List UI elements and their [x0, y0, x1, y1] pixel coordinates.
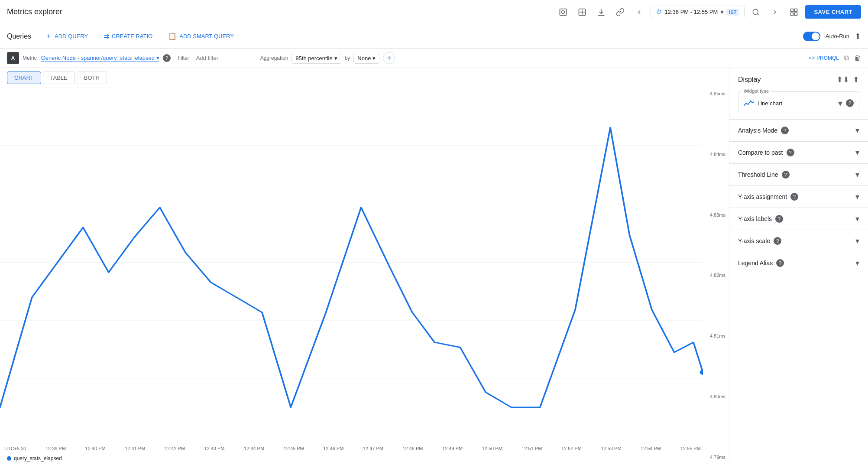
- widget-type-value-row: Line chart: [744, 100, 782, 107]
- metric-dropdown-arrow: ▾: [156, 55, 159, 61]
- chart-legend: query_stats_elapsed: [7, 455, 62, 462]
- accordion-compare-to-past[interactable]: Compare to past ? ▾: [729, 141, 868, 163]
- accordion-analysis-mode[interactable]: Analysis Mode ? ▾: [729, 119, 868, 141]
- save-chart-button[interactable]: SAVE CHART: [805, 5, 861, 19]
- metric-row: A Metric Generic Node - spanner/query_st…: [0, 49, 868, 68]
- add-query-button[interactable]: ＋ ADD QUERY: [40, 29, 93, 43]
- legend-alias-help[interactable]: ?: [776, 259, 784, 267]
- svg-rect-6: [791, 13, 794, 15]
- link-button[interactable]: [612, 4, 628, 20]
- forward-button[interactable]: [767, 4, 783, 20]
- chart-tab-table[interactable]: TABLE: [43, 72, 75, 84]
- delete-button[interactable]: 🗑: [854, 54, 861, 62]
- search-button[interactable]: [748, 4, 764, 20]
- display-header-icons: ⬆⬇ ⬆: [836, 75, 859, 84]
- threshold-line-help[interactable]: ?: [782, 171, 790, 179]
- widget-type-section: Widget type Line chart ▾ ?: [729, 88, 868, 119]
- line-chart-icon: [744, 100, 754, 107]
- metric-row-right: <> PROMQL ⧉ 🗑: [809, 54, 861, 62]
- agg-dropdown-arrow: ▾: [334, 55, 337, 62]
- y-axis-assignment-arrow: ▾: [855, 192, 859, 202]
- y-axis-scale-help[interactable]: ?: [774, 237, 781, 245]
- back-button[interactable]: [632, 4, 647, 20]
- download-button[interactable]: [593, 4, 609, 20]
- y-axis-scale-arrow: ▾: [855, 236, 859, 246]
- threshold-line-arrow: ▾: [855, 170, 859, 179]
- collapse-button[interactable]: ⬆: [855, 32, 861, 41]
- time-range-value: 12:36 PM - 12:55 PM: [664, 9, 718, 15]
- analysis-mode-label: Analysis Mode: [738, 127, 777, 134]
- svg-point-15: [700, 370, 703, 375]
- filter-input[interactable]: [193, 53, 253, 63]
- by-selector[interactable]: None ▾: [353, 53, 379, 64]
- chart-wrapper: 4.85ms 4.84ms 4.83ms 4.82ms 4.81ms 4.80m…: [0, 88, 729, 463]
- settings-button[interactable]: [786, 4, 802, 20]
- y-axis-labels-help[interactable]: ?: [775, 215, 783, 223]
- metric-value: Generic Node - spanner/query_stats_elaps…: [41, 55, 155, 61]
- aggregation-value: 95th percentile: [295, 55, 332, 62]
- aggregation-label: Aggregation: [260, 55, 288, 61]
- compare-to-past-arrow: ▾: [855, 148, 859, 157]
- widget-type-label: Widget type: [742, 88, 771, 94]
- metric-help-icon[interactable]: ?: [163, 54, 171, 62]
- y-axis-labels: 4.85ms 4.84ms 4.83ms 4.82ms 4.81ms 4.80m…: [710, 88, 725, 463]
- svg-rect-7: [795, 13, 797, 15]
- promql-button[interactable]: <> PROMQL: [809, 55, 839, 61]
- autorun-label: Auto-Run: [826, 33, 849, 39]
- right-panel: Display ⬆⬇ ⬆ Widget type Line chart: [729, 68, 868, 463]
- chart-area: CHART TABLE BOTH 4.85ms 4.84ms 4.83ms 4.…: [0, 68, 729, 463]
- autorun-toggle[interactable]: [803, 32, 820, 41]
- ratio-icon: ⇉: [104, 32, 109, 40]
- accordion-sections: Analysis Mode ? ▾ Compare to past ? ▾ Th…: [729, 119, 868, 274]
- accordion-y-axis-scale[interactable]: Y-axis scale ? ▾: [729, 230, 868, 252]
- aggregation-selector[interactable]: 95th percentile ▾: [291, 53, 341, 64]
- create-ratio-button[interactable]: ⇉ CREATE RATIO: [98, 29, 158, 43]
- time-range-selector[interactable]: ⏱ 12:36 PM - 12:55 PM ▾ IST: [651, 6, 745, 18]
- legend-alias-arrow: ▾: [855, 258, 859, 268]
- add-chart-button[interactable]: [574, 4, 590, 20]
- y-axis-labels-arrow: ▾: [855, 214, 859, 224]
- timezone-badge: IST: [726, 9, 739, 16]
- copy-button[interactable]: ⧉: [844, 54, 849, 62]
- accordion-y-axis-labels[interactable]: Y-axis labels ? ▾: [729, 208, 868, 230]
- queries-label: Queries: [7, 32, 31, 40]
- svg-rect-4: [791, 9, 794, 11]
- svg-rect-0: [560, 9, 567, 15]
- display-title: Display: [738, 76, 761, 84]
- accordion-legend-alias[interactable]: Legend Alias ? ▾: [729, 252, 868, 274]
- widget-type-help-icon[interactable]: ?: [846, 99, 854, 107]
- legend-dot: [7, 456, 11, 461]
- widget-type-dropdown-arrow[interactable]: ▾: [838, 98, 842, 108]
- legend-alias-label: Legend Alias: [738, 260, 773, 266]
- panel-collapse-right-button[interactable]: ⬆: [853, 75, 859, 84]
- analysis-mode-help[interactable]: ?: [781, 127, 789, 134]
- chart-tab-chart[interactable]: CHART: [7, 72, 41, 84]
- plus-icon: ＋: [45, 32, 52, 41]
- smart-icon: 📋: [168, 32, 177, 40]
- svg-point-3: [753, 9, 758, 14]
- panel-expand-button[interactable]: ⬆⬇: [836, 75, 849, 84]
- compare-to-past-label: Compare to past: [738, 149, 783, 156]
- screenshot-button[interactable]: [555, 4, 571, 20]
- chart-tab-both[interactable]: BOTH: [77, 72, 107, 84]
- metric-selector[interactable]: Generic Node - spanner/query_stats_elaps…: [41, 55, 159, 62]
- display-header: Display ⬆⬇ ⬆: [729, 68, 868, 88]
- metric-badge: A: [7, 52, 19, 64]
- accordion-threshold-line[interactable]: Threshold Line ? ▾: [729, 163, 868, 185]
- y-axis-assignment-help[interactable]: ?: [790, 193, 798, 201]
- compare-to-past-help[interactable]: ?: [787, 149, 794, 156]
- widget-type-text: Line chart: [758, 100, 782, 107]
- by-value: None: [357, 55, 371, 62]
- threshold-line-label: Threshold Line: [738, 171, 778, 178]
- accordion-y-axis-assignment[interactable]: Y-axis assignment ? ▾: [729, 185, 868, 208]
- chart-tabs: CHART TABLE BOTH: [0, 68, 729, 88]
- filter-label: Filter: [178, 55, 189, 61]
- add-smart-query-button[interactable]: 📋 ADD SMART QUERY: [163, 29, 239, 43]
- promql-icon: <>: [809, 55, 815, 61]
- top-bar-right: ⏱ 12:36 PM - 12:55 PM ▾ IST SAVE CHART: [555, 4, 861, 20]
- svg-point-1: [562, 10, 565, 13]
- by-label: by: [345, 55, 350, 61]
- autorun-section: Auto-Run ⬆: [803, 32, 861, 41]
- add-group-by-button[interactable]: +: [383, 52, 395, 64]
- y-axis-scale-label: Y-axis scale: [738, 237, 770, 244]
